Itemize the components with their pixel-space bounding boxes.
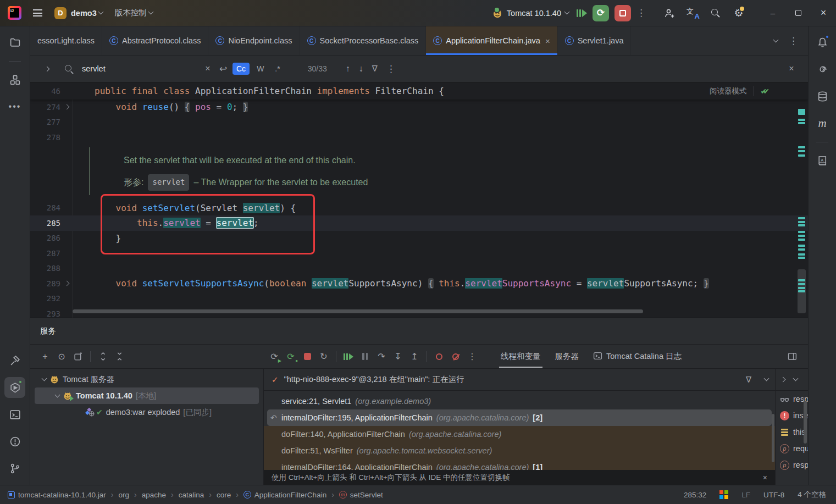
expand-all-button[interactable] <box>95 348 111 365</box>
line-gutter[interactable]: 289 <box>30 279 73 288</box>
view-options-button[interactable]: ⊙ <box>53 348 70 365</box>
fold-icon[interactable] <box>60 103 73 112</box>
breadcrumb-item[interactable]: core <box>217 491 231 499</box>
stack-frame[interactable]: doFilter:51, WsFilter(org.apache.tomcat.… <box>264 442 775 459</box>
translate-button[interactable]: 文A <box>683 4 702 23</box>
reader-mode-label[interactable]: 阅读器模式 <box>710 86 747 96</box>
line-gutter[interactable]: 287 <box>30 249 73 258</box>
run-configuration-selector[interactable]: Tomcat 10.1.40 <box>492 8 569 19</box>
rerun-debugger-button[interactable]: ⟳ <box>593 5 609 21</box>
close-tab-icon[interactable]: × <box>545 36 550 46</box>
services-tool-button[interactable] <box>4 377 25 398</box>
stack-frame[interactable]: doFilter:140, ApplicationFilterChain(org… <box>264 426 775 442</box>
search-history-button[interactable] <box>61 61 76 76</box>
match-case-toggle[interactable]: Cc <box>232 63 250 75</box>
tab-options-button[interactable]: ⋮ <box>789 35 798 47</box>
breadcrumb-item[interactable]: org <box>119 491 130 499</box>
search-input[interactable]: servlet <box>82 64 200 73</box>
view-breakpoints-button[interactable] <box>431 348 447 365</box>
collapse-all-button[interactable] <box>111 348 128 365</box>
more-actions-button[interactable]: ⋮ <box>636 7 646 19</box>
mute-breakpoints-button[interactable] <box>447 348 464 365</box>
breadcrumb-item[interactable]: apache <box>142 491 166 499</box>
database-button[interactable] <box>812 86 833 107</box>
code-line[interactable]: 292 <box>30 291 808 307</box>
code-editor[interactable]: 46 public final class ApplicationFilterC… <box>30 82 808 318</box>
expand-search-button[interactable] <box>39 61 54 76</box>
editor-tab[interactable]: CAbstractProtocol.class <box>102 26 208 55</box>
ai-assistant-button[interactable] <box>812 59 833 80</box>
editor-tab[interactable]: CSocketProcessorBase.class <box>300 26 427 55</box>
fold-icon[interactable] <box>60 279 73 288</box>
previous-occurrence-button[interactable]: ↑ <box>346 64 350 74</box>
editor-tab[interactable]: CServlet1.java <box>558 26 632 55</box>
ms-input-indicator-icon[interactable] <box>719 490 728 499</box>
close-hint-icon[interactable]: × <box>763 473 767 482</box>
maven-button[interactable]: m <box>812 113 833 134</box>
chevron-down-icon[interactable] <box>42 375 47 381</box>
frames-filter-button[interactable]: ∇ <box>746 375 751 385</box>
line-ending-indicator[interactable]: LF <box>741 491 750 499</box>
encoding-indicator[interactable]: UTF-8 <box>763 491 784 499</box>
breadcrumb-item[interactable]: CApplicationFilterChain <box>243 491 326 499</box>
code-line[interactable]: 288 <box>30 261 808 276</box>
step-into-button[interactable]: ↧ <box>390 348 406 365</box>
frames-scrollbar[interactable] <box>772 414 774 462</box>
debug-button[interactable] <box>577 9 587 17</box>
line-gutter[interactable]: 274 <box>30 103 73 112</box>
rerun-button[interactable]: ⟳▶ <box>266 348 283 365</box>
pause-button[interactable] <box>357 348 373 365</box>
tree-row[interactable]: Tomcat 服务器 <box>30 371 263 387</box>
debug-tab[interactable]: Tomcat Catalina 日志 <box>586 345 689 368</box>
line-gutter[interactable]: 293 <box>30 309 73 318</box>
code-line[interactable]: 277 <box>30 115 808 130</box>
line-gutter[interactable]: 285 <box>30 219 73 228</box>
debug-tab[interactable]: 线程和变量 <box>494 345 548 368</box>
open-in-new-tab-button[interactable] <box>70 348 86 365</box>
project-tool-button[interactable] <box>4 32 25 53</box>
editor-tab[interactable]: CApplicationFilterChain.java× <box>426 26 557 55</box>
minimize-button[interactable]: – <box>760 0 785 26</box>
variable-row[interactable]: prequ <box>776 440 808 457</box>
line-gutter[interactable]: 284 <box>30 203 73 212</box>
search-filter-button[interactable]: ∇ <box>372 64 378 74</box>
code-line[interactable]: 284 void setServlet(Servlet servlet) { <box>30 201 808 216</box>
debugger-more-button[interactable]: ⋮ <box>464 348 480 365</box>
line-gutter[interactable]: 46 <box>30 87 73 96</box>
project-avatar[interactable]: D <box>54 7 67 19</box>
step-over-button[interactable]: ↷ <box>373 348 390 365</box>
breadcrumb-item[interactable]: msetServlet <box>339 491 383 499</box>
git-tool-button[interactable] <box>4 458 25 479</box>
tab-list-chevron-icon[interactable] <box>773 37 779 42</box>
error-stripe[interactable] <box>798 82 806 318</box>
code-line[interactable]: 285 this.servlet = servlet; <box>30 215 808 231</box>
notifications-button[interactable] <box>812 32 833 53</box>
inspections-ok-icon[interactable]: ✔✔ <box>761 87 769 96</box>
refresh-button[interactable]: ↻ <box>315 348 332 365</box>
next-occurrence-button[interactable]: ↓ <box>359 64 363 74</box>
breadcrumb-item[interactable]: tomcat-catalina-10.1.40.jar <box>8 491 106 499</box>
chevron-down-icon[interactable] <box>55 392 60 397</box>
chevron-down-icon[interactable] <box>764 376 769 381</box>
debug-tab[interactable]: 服务器 <box>548 345 586 368</box>
variables-scrollbar[interactable] <box>804 401 807 444</box>
stack-frame[interactable]: ↶internalDoFilter:195, ApplicationFilter… <box>267 409 772 426</box>
documentation-button[interactable]: A <box>812 150 833 171</box>
resume-button[interactable] <box>340 348 357 365</box>
search-options-button[interactable]: ⋮ <box>386 63 396 75</box>
search-everywhere-button[interactable] <box>706 4 725 23</box>
code-line[interactable]: 286 } <box>30 231 808 246</box>
stop-button[interactable] <box>614 5 631 21</box>
editor-tab[interactable]: essorLight.class <box>30 26 102 55</box>
add-user-button[interactable] <box>660 4 679 23</box>
stack-frame[interactable]: service:21, Servlet1(org.example.demo3) <box>264 393 775 409</box>
horizontal-scrollbar[interactable] <box>73 309 693 313</box>
line-gutter[interactable]: 286 <box>30 234 73 242</box>
tree-row[interactable]: Tomcat 10.1.40[本地] <box>35 387 259 404</box>
more-tool-windows-button[interactable]: ••• <box>4 96 25 117</box>
close-search-button[interactable]: × <box>784 61 799 76</box>
newline-button[interactable]: ↩ <box>215 61 231 76</box>
main-menu-button[interactable] <box>28 4 47 23</box>
build-tool-button[interactable] <box>4 350 25 371</box>
caret-position[interactable]: 285:32 <box>684 491 706 499</box>
